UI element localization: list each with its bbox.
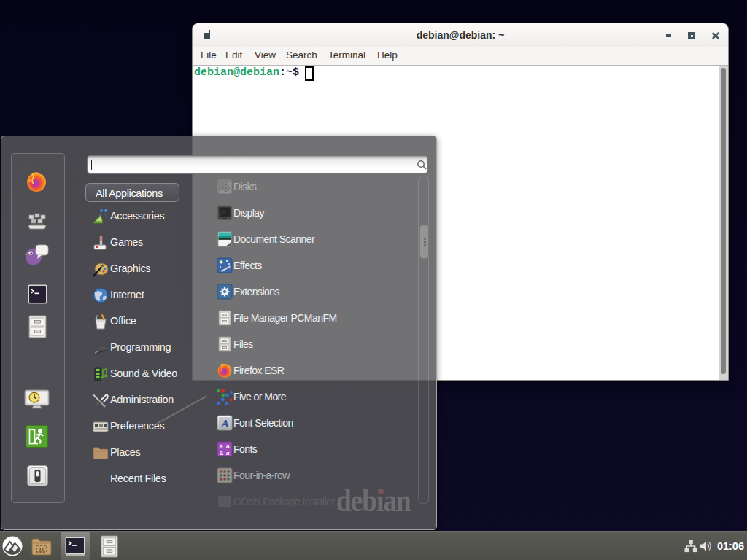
svg-text:A: A — [221, 418, 229, 429]
svg-text:D: D — [39, 546, 44, 553]
